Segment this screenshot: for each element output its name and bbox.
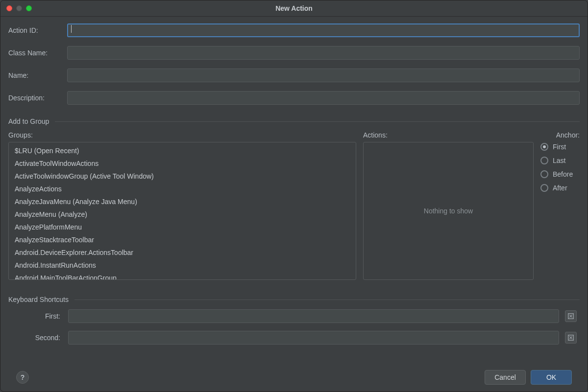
list-item[interactable]: AnalyzeJavaMenu (Analyze Java Menu): [9, 196, 356, 208]
name-label: Name:: [8, 71, 67, 79]
clear-second-shortcut-button[interactable]: [565, 332, 577, 344]
anchor-radio-last[interactable]: Last: [540, 157, 580, 164]
list-item[interactable]: AnalyzeActions: [9, 183, 356, 196]
actions-empty-text: Nothing to show: [424, 207, 473, 215]
radio-icon: [540, 184, 548, 192]
description-label: Description:: [8, 94, 67, 102]
list-item[interactable]: Android.DeviceExplorer.ActionsToolbar: [9, 247, 356, 259]
actions-list[interactable]: Nothing to show: [363, 142, 534, 280]
shortcut-second-label: Second:: [8, 334, 62, 342]
anchor-option-label: Last: [553, 157, 565, 164]
list-item[interactable]: Android.InstantRunActions: [9, 259, 356, 272]
description-input[interactable]: [67, 91, 580, 105]
radio-icon: [540, 143, 548, 151]
shortcut-first-label: First:: [8, 312, 62, 320]
list-item[interactable]: AnalyzeStacktraceToolbar: [9, 234, 356, 247]
class-name-input[interactable]: [67, 46, 580, 60]
anchor-option-label: Before: [553, 170, 573, 178]
shortcut-second-input[interactable]: [68, 331, 559, 345]
class-name-label: Class Name:: [8, 49, 67, 57]
clear-icon: [567, 313, 574, 320]
anchor-column-label: Anchor:: [540, 131, 580, 139]
list-item[interactable]: ActivateToolWindowActions: [9, 158, 356, 170]
title-bar[interactable]: New Action: [0, 0, 588, 17]
help-button[interactable]: ?: [16, 371, 29, 384]
ok-button[interactable]: OK: [531, 370, 572, 385]
list-item[interactable]: Android.MainToolBarActionGroup: [9, 272, 356, 280]
keyboard-shortcuts-header: Keyboard Shortcuts: [8, 296, 69, 303]
divider: [74, 300, 580, 300]
list-item[interactable]: AnalyzePlatformMenu: [9, 221, 356, 234]
radio-icon: [540, 170, 548, 178]
action-id-input[interactable]: [67, 23, 580, 37]
anchor-radio-group: FirstLastBeforeAfter: [540, 142, 580, 280]
clear-icon: [567, 334, 574, 341]
list-item[interactable]: AnalyzeMenu (Analyze): [9, 208, 356, 221]
clear-first-shortcut-button[interactable]: [565, 310, 577, 322]
name-input[interactable]: [67, 69, 580, 82]
groups-column-label: Groups:: [8, 131, 356, 139]
divider: [55, 121, 580, 122]
add-to-group-header: Add to Group: [8, 117, 49, 125]
shortcut-first-input[interactable]: [68, 309, 559, 323]
anchor-radio-first[interactable]: First: [540, 143, 580, 151]
radio-icon: [540, 157, 548, 164]
window-title: New Action: [0, 4, 588, 12]
list-item[interactable]: ActiveToolwindowGroup (Active Tool Windo…: [9, 170, 356, 183]
groups-list[interactable]: $LRU (Open Recent)ActivateToolWindowActi…: [8, 142, 356, 280]
anchor-radio-before[interactable]: Before: [540, 170, 580, 178]
anchor-radio-after[interactable]: After: [540, 184, 580, 192]
cancel-button[interactable]: Cancel: [485, 370, 526, 385]
list-item[interactable]: $LRU (Open Recent): [9, 145, 356, 158]
action-id-label: Action ID:: [8, 26, 67, 34]
anchor-option-label: First: [553, 143, 566, 151]
actions-column-label: Actions:: [363, 131, 534, 139]
anchor-option-label: After: [553, 184, 567, 192]
